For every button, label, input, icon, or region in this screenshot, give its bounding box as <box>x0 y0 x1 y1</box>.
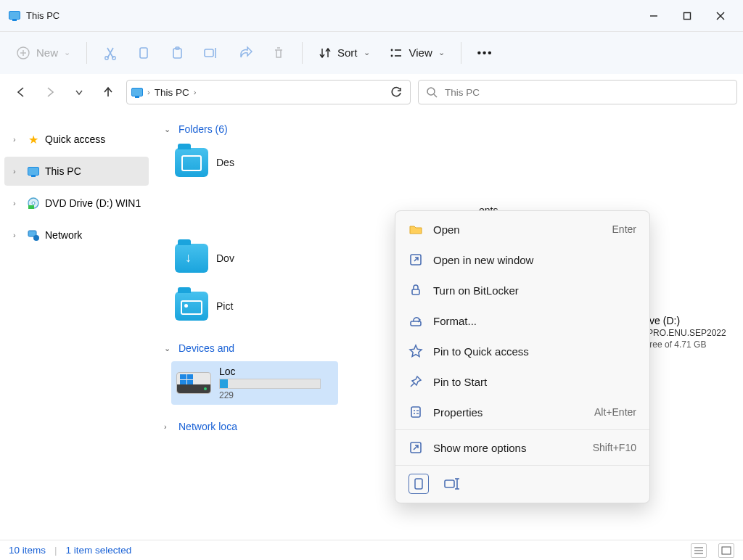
menu-item-open[interactable]: Open Enter <box>395 214 649 244</box>
paste-button[interactable] <box>163 41 192 65</box>
status-item-count: 10 items <box>9 545 46 556</box>
maximize-button[interactable] <box>670 0 704 32</box>
forward-button[interactable] <box>39 81 61 103</box>
new-label: New <box>36 46 58 59</box>
svg-rect-22 <box>28 205 34 209</box>
menu-label: Pin to Start <box>433 376 636 388</box>
group-title: Devices and <box>178 342 234 354</box>
collapse-icon[interactable]: ⌄ <box>164 344 173 353</box>
collapse-icon[interactable]: ⌄ <box>164 125 173 134</box>
svg-point-8 <box>112 56 115 59</box>
svg-point-21 <box>32 202 35 205</box>
navigation-pane: › ★ Quick access › This PC › DVD Drive (… <box>0 110 154 540</box>
tile-label: Pict <box>216 300 233 312</box>
star-outline-icon <box>409 344 423 358</box>
menu-shortcut: Shift+F10 <box>593 442 636 453</box>
up-button[interactable] <box>97 81 119 103</box>
search-input[interactable] <box>443 86 729 99</box>
svg-point-24 <box>33 235 39 241</box>
menu-bottom-icons <box>395 468 649 500</box>
expand-icon[interactable]: › <box>13 231 22 239</box>
menu-label: Properties <box>433 406 584 419</box>
minimize-button[interactable] <box>637 0 670 32</box>
bitlocker-icon <box>409 283 423 297</box>
rename-icon[interactable] <box>442 474 462 494</box>
disc-icon <box>27 197 40 210</box>
properties-icon <box>409 405 423 419</box>
breadcrumb-this-pc[interactable]: This PC <box>155 87 189 98</box>
group-header-folders[interactable]: ⌄ Folders (6) <box>158 120 737 138</box>
view-button[interactable]: View ⌄ <box>382 42 452 64</box>
expand-icon[interactable]: › <box>164 422 173 431</box>
menu-item-open-new-window[interactable]: Open in new window <box>395 244 649 275</box>
local-disk-tile[interactable]: Loc 229 <box>171 361 338 405</box>
address-bar[interactable]: › This PC › <box>126 80 411 104</box>
sidebar-item-this-pc[interactable]: › This PC <box>4 157 149 186</box>
cut-button[interactable] <box>96 41 125 65</box>
menu-label: Format... <box>433 315 636 327</box>
copy-button[interactable] <box>129 41 158 65</box>
back-button[interactable] <box>10 81 32 103</box>
menu-item-properties[interactable]: Properties Alt+Enter <box>395 397 649 427</box>
status-separator: | <box>54 545 57 556</box>
menu-item-pin-quick-access[interactable]: Pin to Quick access <box>395 336 649 366</box>
svg-rect-28 <box>411 321 421 326</box>
svg-rect-12 <box>205 49 213 57</box>
star-icon: ★ <box>27 133 40 146</box>
folder-tile[interactable]: ↓ Dov <box>171 238 338 279</box>
sidebar-item-quick-access[interactable]: › ★ Quick access <box>4 125 149 154</box>
expand-icon[interactable]: › <box>13 167 22 176</box>
content-pane: ⌄ Folders (6) Des ents ↓ Dov Pict ⌄ <box>154 110 743 540</box>
network-icon <box>27 228 40 242</box>
drive-icon <box>176 366 212 400</box>
pc-icon <box>131 88 143 96</box>
menu-label: Open in new window <box>433 254 636 266</box>
sidebar-item-network[interactable]: › Network <box>4 221 149 250</box>
share-button[interactable] <box>231 41 260 65</box>
tile-label: Des <box>216 157 234 168</box>
svg-point-14 <box>390 49 393 51</box>
recent-locations-button[interactable] <box>68 81 90 103</box>
copy-icon[interactable] <box>409 474 429 494</box>
svg-rect-10 <box>173 49 181 58</box>
svg-point-30 <box>414 410 415 411</box>
menu-label: Open <box>433 223 602 236</box>
folder-tile[interactable]: Pict <box>171 286 338 326</box>
toolbar-separator <box>86 42 87 64</box>
svg-point-16 <box>390 54 393 57</box>
sidebar-item-dvd-drive[interactable]: › DVD Drive (D:) WIN1 <box>4 189 149 218</box>
expand-icon[interactable]: › <box>13 199 22 207</box>
app-icon <box>9 11 20 21</box>
search-box[interactable] <box>418 80 737 104</box>
tile-label: Dov <box>216 252 234 264</box>
view-label: View <box>409 46 432 59</box>
menu-separator <box>395 429 649 430</box>
svg-rect-36 <box>445 480 454 487</box>
dvd-drive-tile[interactable]: ive (D:) PRO.ENU.SEP2022 free of 4.71 GB <box>647 315 743 350</box>
folder-tile[interactable]: Des <box>171 142 338 183</box>
drive-name: Loc <box>219 366 321 377</box>
chevron-down-icon: ⌄ <box>64 48 70 57</box>
rename-button[interactable] <box>196 41 226 65</box>
svg-rect-35 <box>415 479 422 489</box>
close-button[interactable] <box>704 0 737 32</box>
new-button[interactable]: New ⌄ <box>9 41 78 65</box>
menu-label: Turn on BitLocker <box>433 284 636 297</box>
view-details-button[interactable] <box>691 543 707 558</box>
pin-icon <box>409 374 423 389</box>
menu-item-format[interactable]: Format... <box>395 305 649 336</box>
folder-icon: ↓ <box>174 241 209 276</box>
svg-rect-9 <box>140 48 147 58</box>
menu-item-show-more[interactable]: Show more options Shift+F10 <box>395 432 649 463</box>
sort-button[interactable]: Sort ⌄ <box>311 42 377 64</box>
refresh-button[interactable] <box>387 83 406 102</box>
address-row: › This PC › <box>0 74 743 110</box>
view-large-icons-button[interactable] <box>718 543 734 558</box>
menu-item-pin-start[interactable]: Pin to Start <box>395 366 649 397</box>
more-actions-button[interactable]: ••• <box>470 42 501 63</box>
svg-line-2 <box>717 12 724 20</box>
expand-icon[interactable]: › <box>13 135 22 144</box>
delete-button[interactable] <box>264 41 293 65</box>
menu-item-bitlocker[interactable]: Turn on BitLocker <box>395 275 649 305</box>
group-title: Network loca <box>178 421 237 432</box>
